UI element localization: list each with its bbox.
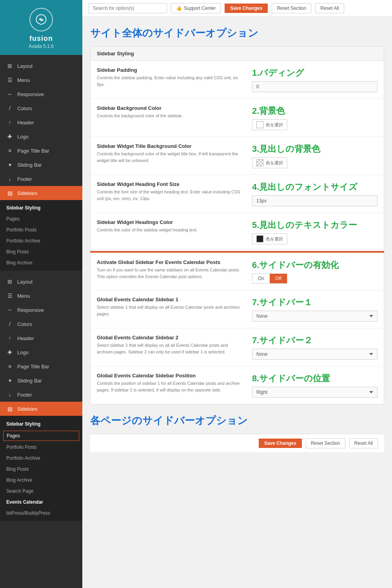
annotation-activate: 6.サイドバーの有効化 <box>252 259 339 271</box>
sidebar-item-layout2-label: Layout <box>17 279 33 285</box>
sidebar-item-menu[interactable]: ☰ Menu <box>0 73 82 87</box>
sidebar-item-footer[interactable]: ↓ Footer <box>0 172 82 186</box>
sidebar2-select[interactable]: None <box>252 349 377 360</box>
setting-widget-title-right: 3.見出しの背景色 色を選択 <box>252 143 377 168</box>
logo-nav-icon: ✚ <box>6 133 13 140</box>
subnav2-portfolio-archive[interactable]: Portfolio Archive <box>0 453 82 464</box>
headings-color-button[interactable]: 色を選択 <box>252 233 287 244</box>
setting-sidebar2-label: Global Events Calendar Sidebar 2 <box>97 335 244 340</box>
layout-icon: ⊞ <box>6 62 13 69</box>
sidebar-item-sidebars-label: Sidebars <box>17 190 37 196</box>
setting-sidebar-position-left: Global Events Calendar Sidebar Position … <box>97 373 252 393</box>
setting-headings-color: Sidebar Widget Headings Color Controls t… <box>91 213 384 251</box>
setting-bg-label: Sidebar Background Color <box>97 105 244 111</box>
subnav2-pages[interactable]: Pages <box>3 431 79 441</box>
widget-title-color-button[interactable]: 色を選択 <box>252 157 287 168</box>
setting-sidebar-position-label: Global Events Calendar Sidebar Position <box>97 373 244 379</box>
subnav2-portfolio-posts[interactable]: Portfolio Posts <box>0 442 82 453</box>
sidebar-item-sidebars2[interactable]: ▤ Sidebars <box>0 402 82 416</box>
sidebar-item-footer2[interactable]: ↓ Footer <box>0 388 82 402</box>
toggle-off-button[interactable]: Off <box>270 274 287 283</box>
annotation-sidebar1: 7.サイドバー１ <box>252 297 312 308</box>
setting-sidebar2-right: 7.サイドバー２ None <box>252 335 377 360</box>
bg-color-button[interactable]: 色を選択 <box>252 119 287 130</box>
subnav2-bbpress[interactable]: bbPress/BuddyPress <box>0 508 82 519</box>
bottom-save-button[interactable]: Save Changes <box>259 439 302 448</box>
content-area: サイト全体のサイドバーオプション Sidebar Styling Sidebar… <box>82 17 392 588</box>
panel-header: Sidebar Styling <box>91 47 384 61</box>
subnav-sidebar-styling[interactable]: Sidebar Styling <box>0 202 82 213</box>
sidebar-item-colors2[interactable]: / Colors <box>0 317 82 331</box>
font-size-input[interactable] <box>252 195 377 206</box>
brand-version: Avada 5.1.6 <box>29 44 54 49</box>
sidebar-item-sidebars2-label: Sidebars <box>17 406 37 412</box>
sidebar-item-colors[interactable]: / Colors <box>0 101 82 115</box>
sidebar-item-layout2[interactable]: ⊞ Layout <box>0 275 82 289</box>
setting-sidebar-position-right: 8.サイドバーの位置 Right Left <box>252 373 377 398</box>
support-label: Support Center <box>184 5 216 11</box>
sidebar-item-menu2[interactable]: ☰ Menu <box>0 289 82 303</box>
sidebar-item-page-title-bar2[interactable]: ≡ Page Title Bar <box>0 359 82 373</box>
sidebar-item-footer2-label: Footer <box>17 392 32 398</box>
setting-font-size-desc: Controls the font size of the widget hea… <box>97 189 244 202</box>
subnav-portfolio-posts[interactable]: Portfolio Posts <box>0 224 82 235</box>
section2-title: 各ページのサイドバーオプション <box>90 414 384 428</box>
sidebar-position-select[interactable]: Right Left <box>252 387 377 398</box>
subnav-blog-archive[interactable]: Blog Archive <box>0 257 82 268</box>
sidebar-item-page-title-bar[interactable]: ≡ Page Title Bar <box>0 144 82 158</box>
setting-padding-left: Sidebar Padding Controls the sidebar pad… <box>97 67 252 87</box>
setting-sidebar2-left: Global Events Calendar Sidebar 2 Select … <box>97 335 252 355</box>
toggle-on-button[interactable]: On <box>252 274 270 283</box>
sidebar-item-responsive2[interactable]: ↔ Responsive <box>0 303 82 317</box>
subnav2-blog-archive[interactable]: Blog Archive <box>0 475 82 486</box>
bottom-reset-section-button[interactable]: Reset Section <box>306 438 345 448</box>
sidebar-item-page-title-bar-label: Page Title Bar <box>17 148 49 154</box>
header-icon: ↑ <box>6 119 13 126</box>
search-input[interactable] <box>89 3 167 13</box>
page-title-bar-icon: ≡ <box>6 147 13 154</box>
headings-color-swatch <box>256 235 263 242</box>
sidebar-item-sliding-bar2[interactable]: ▾ Sliding Bar <box>0 373 82 388</box>
bottom-bar: Save Changes Reset Section Reset All <box>90 434 384 452</box>
save-changes-button[interactable]: Save Changes <box>225 4 268 13</box>
support-center-button[interactable]: 👍 Support Center <box>171 3 221 13</box>
sidebar: fusion Avada 5.1.6 ⊞ Layout ☰ Menu ↔ Res… <box>0 0 82 588</box>
annotation-bg: 2.背景色 <box>252 105 285 117</box>
bg-color-swatch <box>256 121 263 128</box>
setting-sidebar1-left: Global Events Calendar Sidebar 1 Select … <box>97 297 252 317</box>
sidebar-item-header2[interactable]: ↑ Header <box>0 331 82 345</box>
padding-input[interactable] <box>252 81 377 92</box>
subnav-blog-posts[interactable]: Blog Posts <box>0 246 82 257</box>
setting-font-size-label: Sidebar Widget Heading Font Size <box>97 181 244 187</box>
sidebar-item-logo2[interactable]: ✚ Logo <box>0 345 82 359</box>
setting-bg-left: Sidebar Background Color Controls the ba… <box>97 105 252 119</box>
sidebar-item-responsive[interactable]: ↔ Responsive <box>0 87 82 101</box>
sidebars2-icon: ▤ <box>6 405 13 412</box>
subnav2-blog-posts[interactable]: Blog Posts <box>0 464 82 475</box>
page-title-bar2-icon: ≡ <box>6 363 13 370</box>
sidebar-subnav: Sidebar Styling Pages Portfolio Posts Po… <box>0 200 82 271</box>
subnav-portfolio-archive[interactable]: Portfolio Archive <box>0 235 82 246</box>
sidebar-item-logo[interactable]: ✚ Logo <box>0 129 82 144</box>
sidebar-item-sidebars[interactable]: ▤ Sidebars <box>0 186 82 200</box>
reset-section-button[interactable]: Reset Section <box>272 3 311 13</box>
subnav2-events-calendar[interactable]: Events Calendar <box>0 497 82 508</box>
sidebar1-select[interactable]: None <box>252 311 377 322</box>
annotation-sidebar-position: 8.サイドバーの位置 <box>252 373 330 384</box>
sidebar-item-layout[interactable]: ⊞ Layout <box>0 59 82 73</box>
sidebar-item-header[interactable]: ↑ Header <box>0 115 82 129</box>
sidebar-item-colors-label: Colors <box>17 106 32 111</box>
setting-activate-label: Activate Global Sidebar For Events Calen… <box>97 259 244 265</box>
setting-activate-right: 6.サイドバーの有効化 On Off <box>252 259 377 284</box>
subnav2-search-page[interactable]: Search Page <box>0 486 82 497</box>
reset-all-button[interactable]: Reset All <box>315 3 344 13</box>
subnav-pages[interactable]: Pages <box>0 213 82 224</box>
headings-color-label: 色を選択 <box>266 236 283 242</box>
annotation-widget-title: 3.見出しの背景色 <box>252 143 320 155</box>
sidebar-item-sliding-bar[interactable]: ▾ Sliding Bar <box>0 158 82 172</box>
bottom-reset-all-button[interactable]: Reset All <box>349 438 378 448</box>
sidebar-item-logo-label: Logo <box>17 134 29 140</box>
setting-padding-label: Sidebar Padding <box>97 67 244 73</box>
setting-sidebar1-label: Global Events Calendar Sidebar 1 <box>97 297 244 302</box>
setting-widget-title-left: Sidebar Widget Title Background Color Co… <box>97 143 252 164</box>
